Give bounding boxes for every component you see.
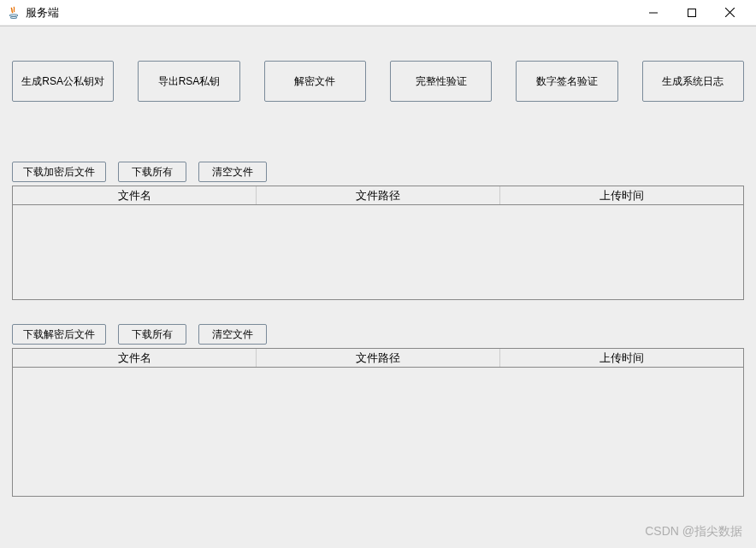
window-title: 服务端: [26, 5, 59, 21]
col-filepath: 文件路径: [257, 186, 500, 204]
download-all-encrypted-button[interactable]: 下载所有: [118, 162, 186, 182]
col-uploadtime: 上传时间: [500, 349, 743, 367]
decrypted-table-header: 文件名 文件路径 上传时间: [13, 349, 743, 368]
clear-encrypted-button[interactable]: 清空文件: [198, 162, 267, 182]
java-icon: [7, 6, 21, 20]
watermark: CSDN @指尖数据: [645, 524, 742, 539]
decrypted-files-actions: 下载解密后文件 下载所有 清空文件: [12, 324, 744, 345]
encrypted-files-table[interactable]: 文件名 文件路径 上传时间: [12, 186, 744, 300]
close-button[interactable]: [711, 1, 749, 25]
decrypted-files-section: 下载解密后文件 下载所有 清空文件 文件名 文件路径 上传时间: [0, 324, 756, 497]
decrypted-table-body: [13, 368, 743, 496]
main-toolbar: 生成RSA公私钥对 导出RSA私钥 解密文件 完整性验证 数字签名验证 生成系统…: [0, 27, 756, 102]
maximize-button[interactable]: [672, 1, 711, 25]
encrypted-table-header: 文件名 文件路径 上传时间: [13, 186, 743, 205]
download-encrypted-button[interactable]: 下载加密后文件: [12, 162, 106, 182]
col-filename: 文件名: [13, 186, 257, 204]
titlebar: 服务端: [0, 0, 756, 26]
generate-system-log-button[interactable]: 生成系统日志: [642, 61, 744, 102]
minimize-button[interactable]: [634, 1, 672, 25]
svg-point-1: [10, 16, 17, 18]
encrypted-files-section: 下载加密后文件 下载所有 清空文件 文件名 文件路径 上传时间: [0, 162, 756, 300]
content-area: 生成RSA公私钥对 导出RSA私钥 解密文件 完整性验证 数字签名验证 生成系统…: [0, 26, 756, 548]
clear-decrypted-button[interactable]: 清空文件: [198, 324, 267, 345]
col-filepath: 文件路径: [257, 349, 500, 367]
encrypted-table-body: [13, 205, 743, 299]
col-filename: 文件名: [13, 349, 257, 367]
decrypted-files-table[interactable]: 文件名 文件路径 上传时间: [12, 348, 744, 497]
digital-signature-verify-button[interactable]: 数字签名验证: [516, 61, 617, 102]
svg-rect-3: [688, 9, 695, 16]
col-uploadtime: 上传时间: [500, 186, 743, 204]
svg-point-0: [9, 14, 18, 15]
integrity-check-button[interactable]: 完整性验证: [390, 61, 492, 102]
encrypted-files-actions: 下载加密后文件 下载所有 清空文件: [12, 162, 744, 182]
generate-rsa-keypair-button[interactable]: 生成RSA公私钥对: [12, 61, 114, 102]
export-rsa-private-button[interactable]: 导出RSA私钥: [138, 61, 239, 102]
window-controls: [634, 1, 749, 25]
download-decrypted-button[interactable]: 下载解密后文件: [12, 324, 106, 345]
download-all-decrypted-button[interactable]: 下载所有: [118, 324, 186, 345]
decrypt-file-button[interactable]: 解密文件: [264, 61, 366, 102]
